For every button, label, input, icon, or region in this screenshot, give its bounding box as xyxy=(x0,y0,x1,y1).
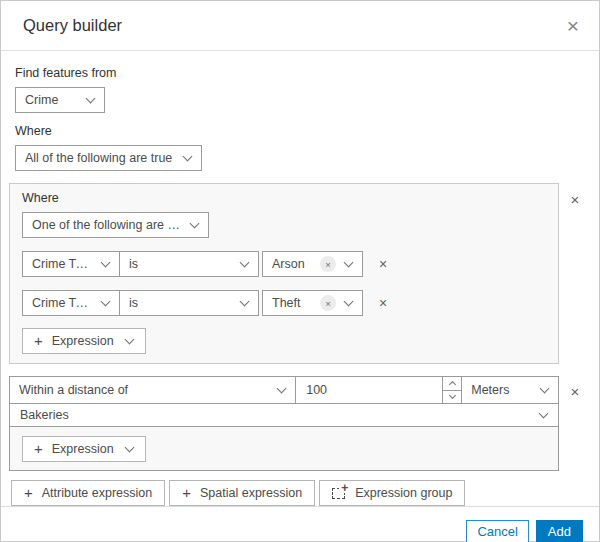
remove-expression-button[interactable]: × xyxy=(379,257,387,271)
add-expression-label: Expression xyxy=(52,442,114,456)
layer-select-value: Crime xyxy=(25,93,77,107)
dialog-title: Query builder xyxy=(23,16,565,35)
stepper-up-icon[interactable] xyxy=(443,377,461,390)
chevron-down-icon xyxy=(183,151,193,161)
spatial-expression-label: Spatial expression xyxy=(200,486,302,500)
group-where-label: Where xyxy=(22,191,546,206)
expression-row: Crime Type is Arson × × xyxy=(22,251,546,277)
attribute-expression-group: Where One of the following are tr... Cri… xyxy=(9,183,559,364)
field-select[interactable]: Crime Type xyxy=(22,251,120,277)
expression-group-label: Expression group xyxy=(355,486,452,500)
target-layer-select[interactable]: Bakeries xyxy=(10,403,558,426)
query-builder-dialog: Query builder × Find features from Crime… xyxy=(0,0,600,542)
chevron-down-icon xyxy=(124,334,134,344)
add-button[interactable]: Add xyxy=(536,520,583,542)
spatial-group-row: Within a distance of Meters xyxy=(9,376,591,471)
unit-select-value: Meters xyxy=(471,383,531,397)
spatial-operator-select[interactable]: Within a distance of xyxy=(10,377,296,403)
cancel-button[interactable]: Cancel xyxy=(466,520,528,542)
expression-row: Crime Type is Theft × × xyxy=(22,290,546,316)
combinator-select[interactable]: All of the following are true xyxy=(15,145,202,171)
target-layer-value: Bakeries xyxy=(20,408,530,422)
stepper-down-icon[interactable] xyxy=(443,390,461,404)
remove-group-button[interactable]: × xyxy=(571,384,580,399)
field-select[interactable]: Crime Type xyxy=(22,290,120,316)
value-select-value: Theft xyxy=(272,296,320,310)
where-label: Where xyxy=(15,124,591,139)
value-select-value: Arson xyxy=(272,257,320,271)
group-combinator-select-value: One of the following are tr... xyxy=(32,218,181,232)
combinator-select-value: All of the following are true xyxy=(25,151,174,165)
close-icon[interactable]: × xyxy=(565,15,581,36)
spatial-expression-row: Within a distance of Meters xyxy=(10,377,558,403)
add-expression-button[interactable]: + Expression xyxy=(22,436,146,462)
chevron-down-icon xyxy=(101,257,111,267)
plus-icon: + xyxy=(34,333,43,348)
operator-select-value: is xyxy=(129,257,231,271)
plus-icon: + xyxy=(24,485,33,500)
clear-value-icon[interactable]: × xyxy=(320,295,336,311)
attribute-expression-button[interactable]: + Attribute expression xyxy=(11,480,165,506)
field-select-value: Crime Type xyxy=(32,296,92,310)
add-expression-label: Expression xyxy=(52,334,114,348)
plus-icon: + xyxy=(182,485,191,500)
spatial-expression-button[interactable]: + Spatial expression xyxy=(169,480,315,506)
chevron-down-icon xyxy=(124,442,134,452)
group-combinator-select[interactable]: One of the following are tr... xyxy=(22,212,209,238)
add-expression-button[interactable]: + Expression xyxy=(22,328,146,354)
value-select[interactable]: Theft × xyxy=(262,290,363,316)
layer-select[interactable]: Crime xyxy=(15,87,105,113)
distance-input[interactable] xyxy=(296,377,442,403)
chevron-down-icon xyxy=(277,383,287,393)
value-select[interactable]: Arson × xyxy=(262,251,363,277)
operator-select-value: is xyxy=(129,296,231,310)
chevron-down-icon xyxy=(539,408,549,418)
chevron-down-icon xyxy=(344,257,354,267)
field-select-value: Crime Type xyxy=(32,257,92,271)
clear-value-icon[interactable]: × xyxy=(320,256,336,272)
chevron-down-icon xyxy=(86,93,96,103)
number-stepper xyxy=(442,377,461,403)
operator-select[interactable]: is xyxy=(119,290,259,316)
chevron-down-icon xyxy=(190,218,200,228)
expression-group-icon xyxy=(332,488,345,499)
attribute-group-row: Where One of the following are tr... Cri… xyxy=(9,183,591,364)
plus-icon: + xyxy=(34,441,43,456)
add-expression-actions: + Attribute expression + Spatial express… xyxy=(11,480,591,506)
chevron-down-icon xyxy=(344,296,354,306)
remove-expression-button[interactable]: × xyxy=(379,296,387,310)
spatial-expression-group: Within a distance of Meters xyxy=(9,376,559,471)
find-features-label: Find features from xyxy=(15,66,591,81)
attribute-expression-label: Attribute expression xyxy=(42,486,152,500)
chevron-down-icon xyxy=(540,383,550,393)
operator-select[interactable]: is xyxy=(119,251,259,277)
dialog-header: Query builder × xyxy=(1,1,599,51)
spatial-operator-value: Within a distance of xyxy=(19,383,268,397)
expression-group-button[interactable]: Expression group xyxy=(319,480,465,506)
remove-group-button[interactable]: × xyxy=(571,192,580,207)
chevron-down-icon xyxy=(240,296,250,306)
dialog-footer: Cancel Add xyxy=(1,506,599,542)
dialog-content: Find features from Crime Where All of th… xyxy=(1,51,599,506)
chevron-down-icon xyxy=(101,296,111,306)
distance-field xyxy=(296,377,462,403)
chevron-down-icon xyxy=(240,257,250,267)
unit-select[interactable]: Meters xyxy=(462,377,558,403)
